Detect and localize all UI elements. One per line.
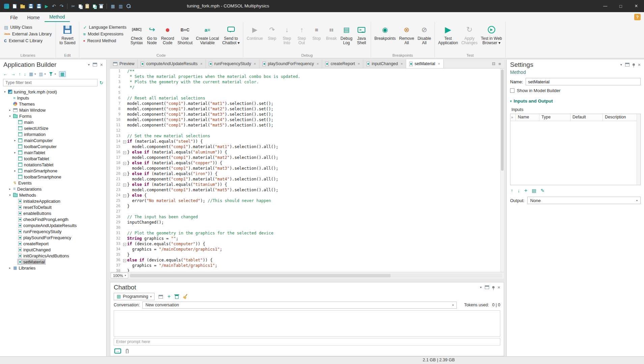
tree-item-maintablet[interactable]: ▸mainTablet — [0, 149, 106, 156]
tree-item-playsoundforfrequency[interactable]: playSoundForFrequency — [0, 234, 106, 241]
breakpoints-button[interactable]: ◉Breakpoints — [373, 23, 397, 42]
code-editor[interactable]: 1/**2 * Sets the material properties whe… — [110, 68, 504, 272]
tree-item-tuning-fork-mph-root[interactable]: ▾tuning_fork.mph (root) — [0, 89, 106, 95]
tab-list-icon[interactable]: ≡ — [498, 62, 501, 66]
close-icon[interactable]: × — [401, 62, 403, 66]
expand-arrow-icon[interactable]: ▸ — [8, 187, 12, 191]
external-c-library-button[interactable]: CExternal C Library — [3, 38, 53, 44]
record-code-button[interactable]: ●Record Code — [159, 23, 176, 47]
utility-class-button[interactable]: ▤Utility Class — [3, 25, 53, 30]
tree-item-libraries[interactable]: ▸▦Libraries — [0, 265, 106, 271]
add-icon[interactable]: + — [167, 294, 170, 299]
table-scrollbar[interactable] — [637, 114, 640, 185]
step-out-button[interactable]: ↑Step Out — [294, 23, 309, 47]
conversation-dropdown[interactable]: New conversation ▾ — [142, 302, 457, 309]
float-icon[interactable] — [625, 63, 629, 66]
java-shell-button[interactable]: >_Java Shell — [354, 23, 369, 47]
expand-arrow-icon[interactable]: ▸ — [13, 151, 17, 154]
move-up-icon[interactable]: ↑ — [511, 188, 513, 193]
delete-icon[interactable] — [100, 5, 103, 8]
column-header-description[interactable]: Description — [603, 114, 639, 121]
expand-arrow-icon[interactable]: ▸ — [13, 169, 17, 172]
tree-item-mainsmartphone[interactable]: ▸mainSmartphone — [0, 168, 106, 174]
fold-toggle-icon[interactable]: − — [123, 259, 126, 262]
inputs-and-output-section[interactable]: ▾ Inputs and Output — [507, 94, 644, 105]
fold-toggle-icon[interactable]: − — [123, 243, 126, 246]
tree-item-maincomputer[interactable]: ▸mainComputer — [0, 137, 106, 143]
close-icon[interactable]: × — [254, 62, 256, 66]
attach-icon[interactable] — [126, 349, 129, 354]
disable-all-button[interactable]: ⊘Disable All — [416, 23, 433, 47]
method-name-field[interactable] — [526, 78, 641, 85]
column-header-name[interactable]: Name — [516, 114, 539, 121]
refresh-icon[interactable]: ↻ — [100, 80, 103, 85]
tree-item-enablebuttons[interactable]: enableButtons — [0, 210, 106, 216]
editor-tab-setmaterial[interactable]: setMaterial× — [406, 59, 444, 68]
close-icon[interactable]: × — [438, 62, 440, 66]
open-in-window-icon[interactable] — [159, 295, 163, 299]
expand-arrow-icon[interactable]: ▾ — [8, 193, 12, 197]
list-menu-icon[interactable]: ▥ — [39, 72, 43, 76]
expand-arrow-icon[interactable]: ▸ — [8, 108, 12, 112]
model-expressions-button[interactable]: ≡Model Expressions — [82, 31, 128, 37]
tree-item-selectuisize[interactable]: selectUISize — [0, 125, 106, 131]
pin-icon[interactable] — [492, 286, 495, 288]
zoom-level-selector[interactable]: 100% ▾ — [111, 273, 128, 278]
tree-item-computeandupdateresults[interactable]: computeAndUpdateResults — [0, 222, 106, 228]
fold-toggle-icon[interactable]: − — [123, 151, 126, 154]
remove-all-button[interactable]: ⊗Remove All — [397, 23, 416, 47]
editor-tab-computeandupdateresults[interactable]: computeAndUpdateResults× — [138, 59, 206, 68]
tree-item-inputchanged[interactable]: inputChanged — [0, 247, 106, 253]
prompt-input[interactable] — [116, 339, 498, 344]
back-icon[interactable]: ← — [3, 72, 8, 76]
tree-item-initializeapplication[interactable]: initializeApplication — [0, 198, 106, 204]
close-icon[interactable]: × — [200, 62, 202, 66]
stop-button[interactable]: ■Stop — [309, 23, 324, 42]
tree-item-methods[interactable]: ▾Methods — [0, 192, 106, 198]
tree-item-notationstablet[interactable]: notationsTablet — [0, 162, 106, 168]
fold-toggle-icon[interactable]: − — [123, 194, 126, 197]
scrollbar-thumb[interactable] — [130, 274, 390, 277]
step-button[interactable]: ↷Step — [264, 23, 279, 42]
close-icon[interactable]: × — [358, 62, 360, 66]
tree-item-runfrequencystudy[interactable]: runFrequencyStudy — [0, 228, 106, 234]
check-syntax-button[interactable]: [ABC]Check Syntax — [129, 23, 145, 47]
close-icon[interactable]: × — [638, 62, 641, 67]
tree-item-main-window[interactable]: ▸Main Window — [0, 107, 106, 113]
edit-icon[interactable]: ✎ — [541, 188, 545, 193]
editor-tab-preview[interactable]: Preview — [110, 59, 138, 68]
show-in-model-builder-checkbox[interactable] — [510, 88, 514, 93]
break-button[interactable]: ▮▮Break — [324, 23, 339, 42]
apply-changes-button[interactable]: ↻Apply Changes — [459, 23, 479, 47]
create-local-variable-button[interactable]: a=Create Local Variable — [194, 23, 221, 47]
send-icon[interactable]: → — [114, 348, 121, 354]
step-into-button[interactable]: ↓Step Into — [279, 23, 294, 47]
fold-toggle-icon[interactable]: − — [123, 140, 126, 143]
horizontal-scrollbar[interactable] — [130, 274, 502, 278]
expand-arrow-icon[interactable]: ▾ — [8, 114, 12, 118]
inputs-table[interactable]: »NameTypeDefaultDescriptionUn — [510, 114, 641, 185]
close-window-button[interactable]: × — [628, 0, 644, 12]
vertical-scrollbar[interactable] — [500, 68, 504, 272]
expand-arrow-icon[interactable]: ▸ — [8, 266, 12, 270]
tree-item-forms[interactable]: ▾Forms — [0, 113, 106, 119]
forward-icon[interactable]: → — [11, 72, 16, 76]
column-header-type[interactable]: Type — [539, 114, 570, 121]
up-icon[interactable]: ↑ — [19, 72, 21, 76]
float-icon[interactable] — [485, 285, 489, 289]
continue-button[interactable]: ▶Continue — [245, 23, 264, 42]
revert-to-saved-button[interactable]: Revert to Saved — [58, 23, 77, 47]
desktop-icon[interactable]: ▥ — [119, 4, 123, 8]
clear-icon[interactable] — [183, 294, 188, 299]
go-to-node-button[interactable]: ↪Go to Node — [144, 23, 159, 47]
tree-item-toolbarsmartphone[interactable]: toolbarSmartphone — [0, 174, 106, 180]
minimize-button[interactable]: — — [597, 0, 613, 12]
down-icon[interactable]: ↓ — [24, 72, 26, 76]
test-application-button[interactable]: ▶Test Application — [437, 23, 460, 47]
comsol-logo-icon[interactable] — [4, 4, 9, 9]
tree-item-themes[interactable]: Themes — [0, 101, 106, 107]
ribbon-tab-home[interactable]: Home — [23, 13, 45, 22]
close-icon[interactable]: × — [498, 285, 500, 290]
redo-icon[interactable]: ↷ — [60, 4, 64, 8]
fold-toggle-icon[interactable]: − — [123, 162, 126, 165]
